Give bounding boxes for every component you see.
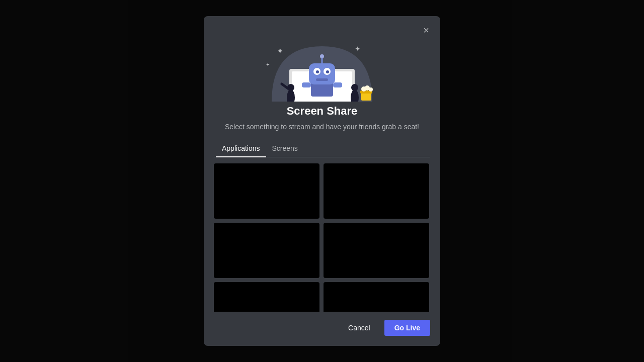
svg-text:✦: ✦ (277, 47, 283, 55)
applications-grid (214, 163, 430, 312)
svg-point-18 (351, 84, 358, 91)
app-thumbnail-6[interactable] (324, 282, 429, 312)
svg-rect-9 (316, 78, 328, 81)
modal-subtitle: Select something to stream and have your… (214, 122, 430, 132)
illustration-area: ✦ ✦ ✦ (204, 16, 440, 102)
modal-footer: Cancel Go Live (204, 312, 440, 336)
app-thumbnail-4[interactable] (324, 223, 429, 278)
app-thumbnail-5[interactable] (214, 282, 319, 312)
app-thumbnail-1[interactable] (214, 163, 319, 219)
app-thumbnail-2[interactable] (324, 163, 429, 219)
app-thumbnail-3[interactable] (214, 223, 319, 278)
svg-point-8 (326, 70, 329, 73)
svg-text:✦: ✦ (266, 62, 270, 67)
svg-point-23 (369, 87, 373, 92)
modal-title: Screen Share (214, 105, 430, 118)
svg-rect-4 (309, 63, 335, 84)
cancel-button[interactable]: Cancel (340, 320, 378, 336)
svg-rect-13 (333, 82, 342, 87)
modal-body: Screen Share Select something to stream … (204, 97, 440, 312)
close-button[interactable]: × (418, 22, 434, 38)
tab-applications[interactable]: Applications (216, 140, 266, 157)
svg-point-11 (320, 54, 324, 58)
illustration-svg: ✦ ✦ ✦ (252, 26, 392, 102)
screen-share-modal: ✦ ✦ ✦ × Screen Share Select something to… (204, 16, 440, 346)
svg-rect-12 (302, 82, 311, 87)
svg-point-7 (316, 70, 319, 73)
go-live-button[interactable]: Go Live (384, 320, 430, 336)
tab-bar: Applications Screens (214, 140, 430, 157)
tab-screens[interactable]: Screens (266, 140, 304, 157)
svg-text:✦: ✦ (355, 45, 361, 53)
modal-overlay: ✦ ✦ ✦ × Screen Share Select something to… (0, 0, 644, 362)
